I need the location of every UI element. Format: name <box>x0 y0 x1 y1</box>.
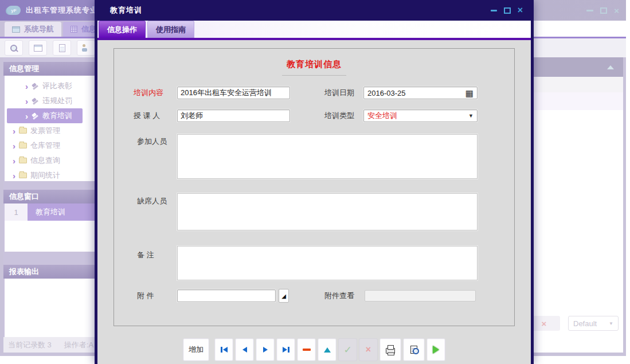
record-toolbar: 增加 <box>97 338 531 361</box>
next-record-button[interactable] <box>256 338 275 361</box>
window-index: 1 <box>5 203 28 221</box>
training-content-label: 培训内容 <box>134 87 163 99</box>
confirm-button: ✓ <box>338 338 357 361</box>
collapse-up-icon[interactable] <box>607 65 614 69</box>
dialog-controls: × <box>491 6 523 15</box>
record-count: 当前记录数 3 <box>8 340 52 350</box>
folder-icon <box>19 143 27 148</box>
maximize-icon[interactable] <box>504 7 511 14</box>
chevron-right-icon: › <box>25 112 28 120</box>
sidebar-item-label: 违规处罚 <box>42 96 72 106</box>
tool-icon <box>32 83 39 90</box>
chevron-right-icon: › <box>13 156 15 165</box>
add-button[interactable]: 增加 <box>183 338 209 361</box>
chevron-down-icon: ▼ <box>609 321 613 326</box>
close-icon[interactable]: × <box>614 6 619 15</box>
lecturer-input[interactable] <box>177 109 290 122</box>
dialog-body: 教育培训信息 培训内容 培训日期 2016-03-25 ▦ 授 课 人 培训类型… <box>97 40 531 364</box>
document-button[interactable] <box>53 40 71 56</box>
close-icon[interactable]: × <box>518 6 523 15</box>
operator: 操作者:A <box>64 340 93 350</box>
attachment-browse-button[interactable]: ◢ <box>279 289 289 303</box>
tab-system-navigation[interactable]: 系统导航 <box>5 22 61 37</box>
form-title: 教育培训信息 <box>114 59 514 70</box>
minimize-icon[interactable] <box>491 10 497 11</box>
absentees-label: 缺席人员 <box>137 195 167 208</box>
person-icon <box>82 44 90 52</box>
search-button[interactable] <box>5 40 23 56</box>
lecturer-label: 授 课 人 <box>134 109 160 122</box>
training-type-label: 培训类型 <box>324 109 354 122</box>
document-icon <box>59 44 65 52</box>
training-type-select[interactable]: 安全培训 ▼ <box>363 109 478 122</box>
next-record-icon <box>263 347 268 353</box>
training-info-form: 教育培训信息 培训内容 培训日期 2016-03-25 ▦ 授 课 人 培训类型… <box>114 48 515 326</box>
remarks-label: 备 注 <box>137 249 154 261</box>
move-up-button[interactable] <box>318 338 336 361</box>
execute-button[interactable] <box>426 338 445 361</box>
first-record-icon <box>221 347 222 353</box>
default-dropdown-value: Default <box>573 319 597 328</box>
person-button[interactable] <box>77 40 95 56</box>
chevron-right-icon: › <box>25 82 28 91</box>
last-record-icon <box>283 347 287 353</box>
main-window-title: 出租车管理系统专业版 <box>26 5 106 15</box>
training-content-input[interactable] <box>177 87 290 99</box>
restore-icon[interactable] <box>600 7 607 14</box>
print-icon <box>386 348 395 354</box>
print-preview-icon <box>410 346 417 354</box>
dialog-title: 教育培训 <box>110 5 142 15</box>
minimize-icon[interactable] <box>586 10 593 11</box>
last-record-button[interactable] <box>276 338 295 361</box>
folder-icon <box>19 173 27 178</box>
absentees-textarea[interactable] <box>177 193 478 230</box>
sidebar-item-label: 教育培训 <box>42 111 72 121</box>
participants-textarea[interactable] <box>177 134 478 179</box>
browse-triangle-icon: ◢ <box>281 293 286 299</box>
sidebar-item-label: 信息查询 <box>30 155 60 166</box>
print-button[interactable] <box>379 338 401 361</box>
sidebar-item-jiaoyu-selected[interactable]: › 教育培训 <box>7 108 83 123</box>
default-dropdown[interactable]: Default ▼ <box>568 316 619 331</box>
table-icon <box>34 45 42 52</box>
execute-icon <box>433 346 439 354</box>
confirm-icon: ✓ <box>343 345 351 355</box>
cancel-button: × <box>359 338 378 361</box>
delete-record-button[interactable] <box>297 338 316 361</box>
tab-user-guide[interactable]: 使用指南 <box>147 21 194 38</box>
search-icon <box>10 45 17 52</box>
form-title-underline <box>282 75 346 76</box>
first-record-button[interactable] <box>214 338 233 361</box>
cancel-icon: × <box>366 345 371 354</box>
training-date-value: 2016-03-25 <box>367 89 465 97</box>
education-training-dialog: 教育培训 × 信息操作 使用指南 教育培训信息 培训内容 培训日期 2016-0… <box>95 0 534 364</box>
dialog-tabstrip: 信息操作 使用指南 <box>97 21 531 38</box>
tab-label: 系统导航 <box>24 24 54 34</box>
window-icon <box>12 26 20 33</box>
previous-record-icon <box>242 347 247 353</box>
sidebar-item-label: 期间统计 <box>30 170 60 181</box>
sidebar-item-label: 评比表彰 <box>42 81 72 91</box>
attachment-view-label: 附件查看 <box>324 289 354 302</box>
move-up-icon <box>324 347 331 353</box>
chevron-right-icon: › <box>13 171 15 180</box>
training-date-picker[interactable]: 2016-03-25 ▦ <box>363 87 478 99</box>
attachment-view-field <box>365 290 476 302</box>
sidebar-item-label: 仓库管理 <box>30 140 60 151</box>
calendar-icon[interactable]: ▦ <box>465 89 474 97</box>
dialog-titlebar: 教育培训 × <box>97 0 531 21</box>
remarks-textarea[interactable] <box>177 246 478 280</box>
grid-icon <box>71 26 77 33</box>
attachment-input[interactable] <box>177 289 276 302</box>
chevron-right-icon: › <box>13 142 15 150</box>
tool-icon <box>32 97 39 105</box>
previous-record-button[interactable] <box>235 338 254 361</box>
print-preview-button[interactable] <box>403 338 425 361</box>
training-date-label: 培训日期 <box>324 87 354 99</box>
table-view-button[interactable] <box>29 40 47 56</box>
folder-icon <box>19 128 27 134</box>
tool-icon <box>32 112 39 120</box>
sidebar-item-label: 发票管理 <box>30 126 60 136</box>
tab-info-operation[interactable]: 信息操作 <box>99 21 146 38</box>
chevron-down-icon[interactable]: ▼ <box>468 113 474 119</box>
